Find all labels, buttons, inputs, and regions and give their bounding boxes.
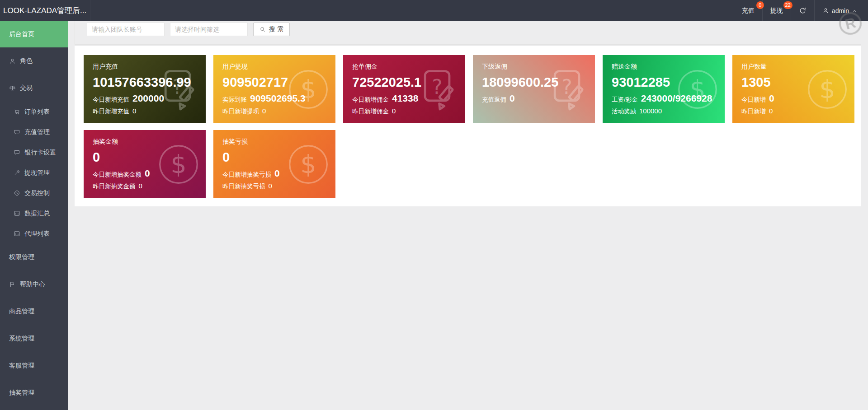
sidebar-item-recharge-management[interactable]: 充值管理 [0,122,68,142]
sidebar-item-agent-list[interactable]: 代理列表 [0,224,68,244]
username: admin [832,7,849,14]
time-filter-input[interactable] [170,23,248,36]
dollar-circle-icon [157,143,200,186]
stat-card-lottery-amount: 抽奖金额 0 今日新增抽奖金额0 昨日新抽奖金额0 [84,130,206,198]
scale-icon [9,85,16,92]
sidebar-item-trade-control[interactable]: 交易控制 [0,183,68,203]
sidebar-item-role[interactable]: 角色 [0,47,68,75]
sidebar-item-lottery-management[interactable]: 抽奖管理 [0,379,68,406]
dollar-circle-icon [287,143,330,186]
sidebar-item-home[interactable]: 后台首页 [0,21,68,47]
refresh-button[interactable] [791,0,814,21]
question-edit-icon [546,68,590,111]
sidebar-item-customer-service-management[interactable]: 客服管理 [0,352,68,379]
sidebar-item-trade[interactable]: 交易 [0,75,68,102]
recharge-label: 充值 [742,7,755,15]
sidebar-item-data-summary[interactable]: 数据汇总 [0,203,68,224]
sidebar-item-bank-card-settings[interactable]: 银行卡设置 [0,142,68,163]
search-icon [259,26,266,33]
stat-card-order-commission: 抢单佣金 72522025.1 今日新增佣金41338 昨日新增佣金0 [343,55,465,123]
cart-icon [14,108,20,115]
app-title: LOOK-LAZADA管理后... [0,0,90,21]
sidebar-item-help-center[interactable]: 帮助中心 [0,271,68,298]
sidebar-item-withdraw-management[interactable]: 提现管理 [0,163,68,183]
bar-chart-icon [14,230,20,237]
gauge-icon [14,190,20,196]
stat-card-subordinate-rebate: 下级返佣 18099600.25 充值返佣0 [473,55,595,123]
flag-icon [9,281,16,288]
chevron-up-icon [852,8,857,14]
sidebar-item-order-list[interactable]: 订单列表 [0,102,68,122]
main-content: 条件搜索 搜 索 用户充值 10157663396.99 今日新增充值20000… [68,0,868,206]
comment-icon [14,129,20,135]
refresh-icon [799,7,807,14]
stat-card-lottery-loss: 抽奖亏损 0 今日新增抽奖亏损0 昨日新抽奖亏损0 [213,130,335,198]
bar-chart-icon [14,210,20,217]
stat-card-user-withdraw: 用户提现 909502717 实际到账909502695.3 昨日新增提现0 [213,55,335,123]
stat-card-gift-amount: 赠送金额 93012285 工资/彩金243000/9266928 活动奖励10… [603,55,725,123]
person-icon [9,58,16,65]
dollar-circle-icon [676,68,719,111]
navbar-actions: 充值 0 提现 22 admin [734,0,868,21]
dollar-circle-icon [287,68,330,111]
top-navbar: LOOK-LAZADA管理后... 充值 0 提现 22 admin [0,0,868,21]
withdraw-label: 提现 [770,7,783,15]
user-icon [822,7,829,14]
search-button[interactable]: 搜 索 [253,23,290,36]
sidebar-item-permission-management[interactable]: 权限管理 [0,244,68,271]
stat-card-user-count: 用户数量 1305 今日新增0 昨日新增0 [732,55,854,123]
comment-icon [14,149,20,156]
sidebar-item-system-management[interactable]: 系统管理 [0,325,68,352]
sidebar-item-goods-management[interactable]: 商品管理 [0,298,68,325]
recharge-nav-button[interactable]: 充值 0 [734,0,762,21]
gavel-icon [14,169,20,176]
user-menu[interactable]: admin [814,0,868,21]
sidebar: 后台首页 角色 交易 订单列表 充值管理 银行卡设置 提现管理 交易控制 数据汇… [0,21,68,410]
stats-panel: 用户充值 10157663396.99 今日新增充值200000 昨日新增充值0… [75,46,861,206]
dollar-circle-icon [806,68,849,111]
stat-card-user-recharge: 用户充值 10157663396.99 今日新增充值200000 昨日新增充值0 [84,55,206,123]
question-edit-icon [157,68,200,111]
question-edit-icon [416,68,460,111]
stats-grid: 用户充值 10157663396.99 今日新增充值200000 昨日新增充值0… [84,55,854,198]
team-leader-account-input[interactable] [87,23,165,36]
withdraw-nav-button[interactable]: 提现 22 [762,0,791,21]
